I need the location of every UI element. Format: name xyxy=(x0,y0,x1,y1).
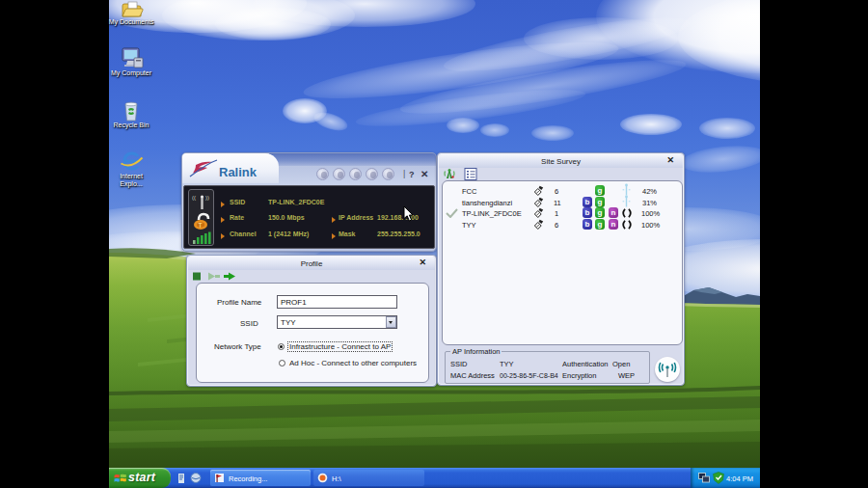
svg-text:T: T xyxy=(199,222,203,229)
svg-text:)): )) xyxy=(205,195,209,201)
svg-text:((: (( xyxy=(192,195,196,201)
